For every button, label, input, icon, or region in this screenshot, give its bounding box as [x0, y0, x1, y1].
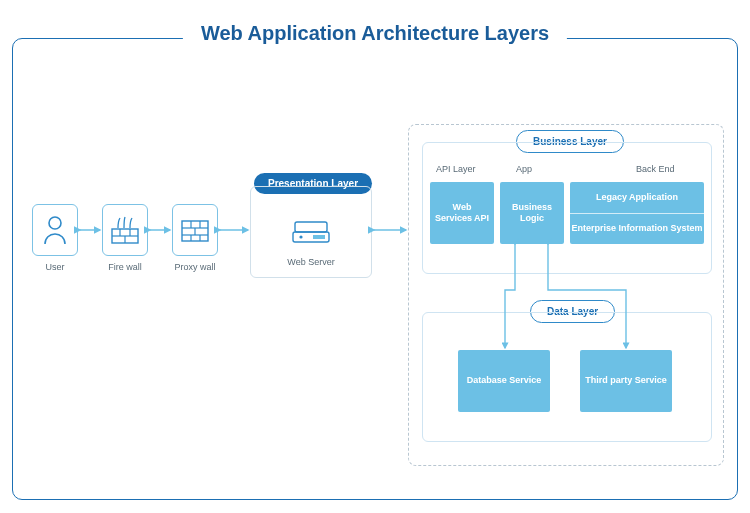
webserver-label: Web Server	[251, 257, 371, 267]
svg-rect-14	[295, 222, 327, 232]
col-header-api: API Layer	[436, 164, 476, 174]
svg-point-16	[299, 235, 302, 238]
svg-point-0	[49, 217, 61, 229]
node-user: User	[32, 204, 78, 272]
component-database-service: Database Service	[458, 350, 550, 412]
firewall-icon	[102, 204, 148, 256]
diagram-title: Web Application Architecture Layers	[183, 22, 567, 45]
component-business-logic: Business Logic	[500, 182, 564, 244]
col-header-backend: Back End	[636, 164, 675, 174]
server-icon	[285, 211, 337, 251]
col-header-app: App	[516, 164, 532, 174]
component-backend-stack: Legacy Application Enterprise Informatio…	[570, 182, 704, 244]
proxy-icon	[172, 204, 218, 256]
node-user-label: User	[32, 262, 78, 272]
component-third-party: Third party Service	[580, 350, 672, 412]
component-web-services-api: Web Services API	[430, 182, 494, 244]
component-eis: Enterprise Information System	[570, 214, 704, 245]
node-proxy: Proxy wall	[172, 204, 218, 272]
svg-rect-17	[313, 235, 325, 239]
component-legacy-app: Legacy Application	[570, 182, 704, 214]
node-firewall: Fire wall	[102, 204, 148, 272]
user-icon	[32, 204, 78, 256]
node-proxy-label: Proxy wall	[172, 262, 218, 272]
presentation-layer-box: Web Server	[250, 186, 372, 278]
node-firewall-label: Fire wall	[102, 262, 148, 272]
